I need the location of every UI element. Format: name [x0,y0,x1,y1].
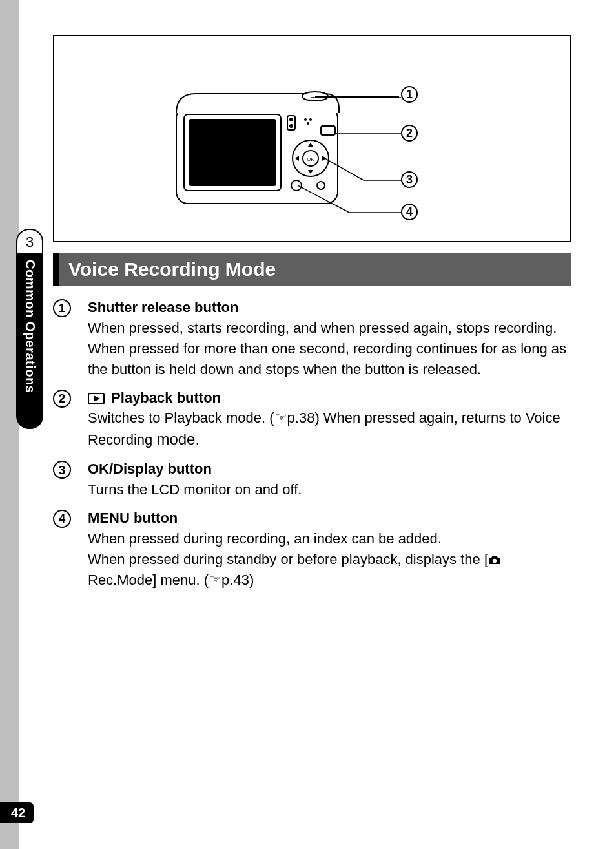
svg-text:OK: OK [307,156,314,162]
item-4-body-a: When pressed during recording, an index … [88,530,442,547]
item-1: 1 Shutter release button When pressed, s… [53,297,571,380]
leader-4 [298,185,407,216]
item-4: 4 MENU button When pressed during record… [53,508,571,591]
item-2: 2 Playback button Switches to Playback m… [53,388,571,452]
svg-point-7 [304,118,307,121]
camera-diagram-box: OK 1 2 3 4 [53,35,571,242]
svg-point-9 [307,122,309,125]
item-4-ref: p.43 [221,572,249,588]
callout-4: 4 [401,204,418,220]
svg-line-18 [325,158,364,180]
item-4-body-b-post: ) [249,572,254,588]
item-1-title: Shutter release button [88,299,238,315]
item-1-body-b: When pressed for more than one second, r… [88,341,566,377]
item-2-body-pre: Switches to Playback mode. ( [88,410,274,426]
chapter-number: 3 [16,229,43,255]
ref-icon: ☞ [274,410,287,426]
page-number: 42 [0,802,34,823]
item-4-body-b-mid: Rec.Mode] menu. ( [88,572,209,588]
item-2-num: 2 [53,390,71,408]
leader-3 [325,158,406,184]
svg-rect-10 [321,126,335,135]
item-1-num: 1 [53,299,71,317]
item-4-title: MENU button [88,510,178,526]
item-2-ref: p.38 [287,410,315,426]
svg-line-20 [298,185,349,213]
svg-point-8 [309,118,312,121]
item-3-body-a: Turns the LCD monitor on and off. [88,481,302,498]
svg-rect-3 [189,120,276,185]
callout-2: 2 [401,125,418,142]
svg-point-24 [493,559,497,563]
item-3-title: OK/Display button [88,461,212,477]
callout-1: 1 [401,86,418,103]
item-4-num: 4 [53,510,71,528]
item-2-body-tail: mode. [156,430,200,448]
playback-icon [88,393,105,404]
chapter-label: Common Operations [16,253,43,429]
leader-1 [311,91,407,104]
item-2-title: Playback button [107,390,221,406]
svg-marker-23 [94,395,100,402]
svg-point-6 [290,125,293,127]
leader-2 [335,130,406,138]
item-4-body-b-pre: When pressed during standby or before pl… [88,551,488,567]
item-3: 3 OK/Display button Turns the LCD monito… [53,459,571,500]
svg-point-5 [290,118,293,121]
ref-icon-2: ☞ [209,572,221,588]
chapter-tab: 3 Common Operations [16,229,43,429]
item-1-body-a: When pressed, starts recording, and when… [88,320,557,336]
item-3-num: 3 [53,461,71,479]
camera-icon [488,555,501,565]
item-list: 1 Shutter release button When pressed, s… [53,297,571,590]
section-header: Voice Recording Mode [53,253,571,286]
